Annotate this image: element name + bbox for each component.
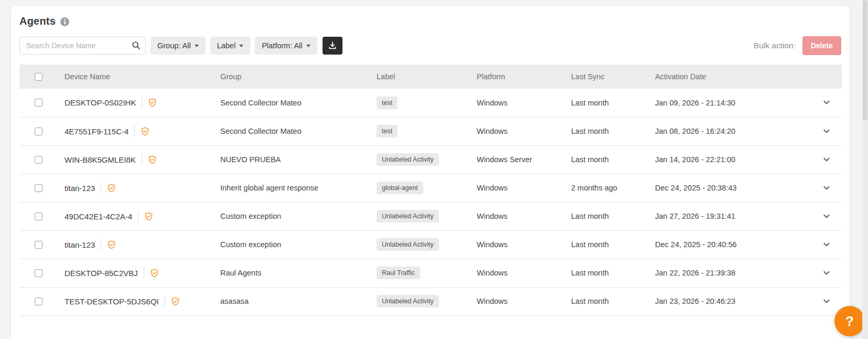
table-row: 4E7551F9-115C-4 Second Collector Mateo t… xyxy=(19,117,842,145)
activation-date-cell: Jan 14, 2026 - 22:21:00 xyxy=(655,145,807,174)
last-sync-cell: Last month xyxy=(571,117,655,145)
group-cell: NUEVO PRUEBA xyxy=(220,145,377,174)
activation-date-cell: Jan 23, 2026 - 20:46:23 xyxy=(655,287,807,315)
chevron-down-icon[interactable] xyxy=(821,154,832,165)
platform-cell: Windows xyxy=(477,89,571,117)
chevron-down-icon[interactable] xyxy=(821,97,832,108)
search-wrap xyxy=(19,37,146,55)
filter-platform-label: Platform: All xyxy=(262,41,302,50)
info-icon[interactable] xyxy=(60,17,69,26)
chevron-down-icon[interactable] xyxy=(821,182,832,194)
column-header-device-name: Device Name xyxy=(65,65,220,89)
device-cell: DESKTOP-0S02IHK xyxy=(65,97,220,109)
caret-down-icon xyxy=(306,45,310,47)
device-cell: TEST-DESKTOP-5DJS6QI xyxy=(65,295,220,307)
platform-cell: Windows xyxy=(477,202,571,230)
last-sync-cell: Last month xyxy=(571,145,655,174)
last-sync-cell: Last month xyxy=(571,89,655,117)
divider xyxy=(138,210,138,222)
row-checkbox[interactable] xyxy=(35,99,42,107)
group-cell: asasasa xyxy=(220,287,377,315)
chevron-down-icon[interactable] xyxy=(821,267,832,279)
shield-check-icon xyxy=(150,269,159,278)
group-cell: Inherit global agent response xyxy=(220,174,377,202)
table-row: titan-123 Custom exception Unlabeled Act… xyxy=(19,230,842,259)
device-name: titan-123 xyxy=(65,184,95,193)
column-header-activation-date: Activation Date xyxy=(655,65,807,89)
delete-button[interactable]: Delete xyxy=(802,36,841,55)
caret-down-icon xyxy=(195,45,199,47)
chevron-down-icon[interactable] xyxy=(821,295,832,307)
last-sync-cell: Last month xyxy=(571,287,655,315)
divider xyxy=(134,125,135,137)
row-checkbox[interactable] xyxy=(35,156,42,164)
row-checkbox[interactable] xyxy=(35,298,42,305)
device-cell: 49DC42E1-4C2A-4 xyxy=(65,210,220,222)
device-name: DESKTOP-0S02IHK xyxy=(65,98,136,107)
agents-table: Device Name Group Label Platform Last Sy… xyxy=(19,65,842,316)
platform-cell: Windows xyxy=(477,230,571,259)
table-row: TEST-DESKTOP-5DJS6QI asasasa Unlabeled A… xyxy=(19,287,842,315)
platform-cell: Windows xyxy=(477,174,571,202)
agents-card: Agents Group: All Label xyxy=(10,5,850,339)
row-checkbox[interactable] xyxy=(35,213,42,220)
chevron-down-icon[interactable] xyxy=(821,125,832,137)
chevron-down-icon[interactable] xyxy=(821,210,832,222)
row-checkbox[interactable] xyxy=(35,184,42,192)
shield-check-icon xyxy=(171,297,180,306)
help-button[interactable]: ? xyxy=(834,306,865,336)
download-icon xyxy=(328,41,337,50)
label-badge: test xyxy=(377,97,398,109)
scrollbar-thumb[interactable] xyxy=(863,0,867,121)
question-mark-icon: ? xyxy=(845,313,854,330)
activation-date-cell: Jan 22, 2026 - 21:39:38 xyxy=(655,259,807,287)
table-row: 49DC42E1-4C2A-4 Custom exception Unlabel… xyxy=(19,202,842,230)
activation-date-cell: Jan 08, 2026 - 16:24:20 xyxy=(655,117,807,145)
row-checkbox[interactable] xyxy=(35,128,42,135)
filter-group-button[interactable]: Group: All xyxy=(151,37,206,55)
column-header-platform: Platform xyxy=(477,65,571,89)
shield-check-icon xyxy=(107,184,116,193)
select-all-checkbox[interactable] xyxy=(35,73,42,81)
divider xyxy=(142,97,142,109)
column-header-last-sync: Last Sync xyxy=(571,65,655,89)
group-cell: Raul Agents xyxy=(220,259,377,287)
page-scrollbar[interactable] xyxy=(862,0,868,339)
platform-cell: Windows Server xyxy=(477,145,571,174)
table-row: WIN-B8K5GMLEI8K NUEVO PRUEBA Unlabeled A… xyxy=(19,145,842,174)
device-name: titan-123 xyxy=(65,240,95,249)
caret-down-icon xyxy=(239,45,243,47)
device-cell: DESKTOP-85C2VBJ xyxy=(65,267,220,279)
chevron-down-icon[interactable] xyxy=(821,239,832,250)
filter-platform-button[interactable]: Platform: All xyxy=(255,37,317,55)
device-name: 4E7551F9-115C-4 xyxy=(65,127,128,136)
activation-date-cell: Dec 24, 2025 - 20:40:56 xyxy=(655,230,807,259)
shield-check-icon xyxy=(148,155,157,164)
filter-group-label: Group: All xyxy=(157,41,191,50)
label-badge: Unlabeled Activity xyxy=(377,210,439,223)
platform-cell: Windows xyxy=(477,287,571,315)
search-icon[interactable] xyxy=(132,41,141,52)
activation-date-cell: Jan 27, 2026 - 19:31:41 xyxy=(655,202,807,230)
table-row: DESKTOP-0S02IHK Second Collector Mateo t… xyxy=(19,89,842,117)
device-cell: titan-123 xyxy=(65,182,220,194)
filter-label-button[interactable]: Label xyxy=(210,37,250,55)
divider xyxy=(165,295,165,307)
group-cell: Second Collector Mateo xyxy=(220,89,377,117)
label-badge: Unlabeled Activity xyxy=(377,153,439,166)
shield-check-icon xyxy=(107,240,116,249)
export-button[interactable] xyxy=(323,37,342,55)
table-row: titan-123 Inherit global agent response … xyxy=(19,174,842,202)
shield-check-icon xyxy=(144,212,153,221)
search-input[interactable] xyxy=(19,37,146,55)
divider xyxy=(101,182,101,194)
device-cell: 4E7551F9-115C-4 xyxy=(65,125,220,137)
table-row: DESKTOP-85C2VBJ Raul Agents Raul Traffic… xyxy=(19,259,842,287)
filter-label-label: Label xyxy=(217,41,235,50)
device-name: DESKTOP-85C2VBJ xyxy=(65,269,138,278)
bulk-action-label: Bulk action: xyxy=(754,41,796,50)
device-cell: WIN-B8K5GMLEI8K xyxy=(65,154,220,165)
row-checkbox[interactable] xyxy=(35,269,42,277)
row-checkbox[interactable] xyxy=(35,241,42,249)
page-title: Agents xyxy=(19,15,56,27)
